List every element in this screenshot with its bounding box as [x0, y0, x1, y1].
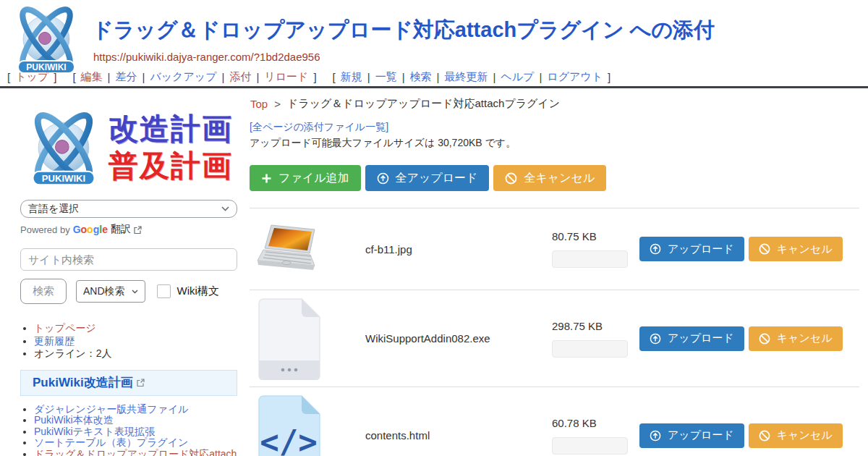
- chevron-down-icon: [132, 290, 138, 294]
- nav-link-search[interactable]: 検索: [410, 70, 432, 84]
- list-item: PukiWikiテキスト表現拡張: [34, 426, 237, 437]
- svg-text:</>: </>: [260, 423, 317, 456]
- cancel-button[interactable]: キャンセル: [749, 423, 843, 448]
- external-link-icon: [137, 379, 145, 387]
- upload-circle-icon: [650, 430, 661, 442]
- nav-bracket: ]: [313, 71, 316, 83]
- header-divider: [0, 86, 868, 88]
- all-attachments-link[interactable]: [全ページの添付ファイル一覧]: [250, 121, 388, 134]
- nav-link-diff[interactable]: 差分: [115, 70, 137, 84]
- top-navigation: [ トップ ] [ 編集 | 差分 | バックアップ | 添付 | リロード ]…: [7, 70, 610, 84]
- search-mode-select[interactable]: AND検索: [76, 280, 145, 303]
- file-size: 60.78 KB: [552, 417, 639, 429]
- translate-label: 翻訳: [111, 223, 131, 236]
- list-item: ダジャレンジャー版共通ファイル: [34, 404, 237, 415]
- nav-bracket: [: [333, 71, 336, 83]
- nav-separator: |: [437, 71, 440, 83]
- nav-link-new[interactable]: 新規: [341, 70, 362, 84]
- sidebar-site-logo[interactable]: PUKIWIKI 改造計画 普及計画: [20, 104, 237, 191]
- sidebar-section-pukiwiki-kaizou[interactable]: PukiWiki改造計画: [20, 370, 237, 396]
- breadcrumb-current: ドラッグ＆ドロップアップロード対応attachプラグイン: [287, 97, 560, 111]
- generic-file-icon: [257, 297, 322, 380]
- site-search-input[interactable]: [20, 248, 237, 271]
- sidebar-quick-links: トップページ 更新履歴 オンライン：2人: [20, 322, 237, 360]
- file-size-cell: 80.75 KB: [552, 230, 639, 268]
- add-files-button[interactable]: ファイル追加: [250, 165, 361, 191]
- file-name: WikiSupportAddin082.exe: [365, 332, 552, 345]
- upload-all-button[interactable]: 全アップロード: [365, 165, 490, 191]
- list-item: ソートテーブル（表）プラグイン: [34, 437, 237, 448]
- nav-separator: |: [108, 71, 111, 83]
- cancel-button[interactable]: キャンセル: [749, 237, 843, 261]
- breadcrumb: Top > ドラッグ＆ドロップアップロード対応attachプラグイン: [250, 97, 560, 111]
- sidebar-link-sort-table[interactable]: ソートテーブル（表）プラグイン: [34, 436, 188, 448]
- file-actions: アップロード キャンセル: [639, 237, 843, 261]
- nav-link-top[interactable]: トップ: [15, 70, 48, 84]
- nav-link-logout[interactable]: ログアウト: [547, 70, 603, 84]
- sidebar-plugin-links: ダジャレンジャー版共通ファイル PukiWiki本体改造 PukiWikiテキス…: [20, 404, 237, 456]
- external-link-icon: [134, 226, 142, 234]
- nav-link-recent[interactable]: 最終更新: [444, 70, 488, 84]
- list-item: ドラッグ＆ドロップアップロード対応attachプラグイン: [34, 449, 237, 456]
- upload-progress-bar: [552, 340, 628, 358]
- cancel-all-button[interactable]: 全キャンセル: [493, 165, 606, 191]
- chevron-down-icon: [221, 206, 229, 211]
- sidebar-link-top-page[interactable]: トップページ: [34, 322, 96, 334]
- page-title: ドラッグ＆ドロップアップロード対応attachプラグイン への添付: [92, 16, 715, 45]
- page-url-link[interactable]: https://pukiwiki.dajya-ranger.com/?1bd2d…: [93, 51, 320, 63]
- upload-button[interactable]: アップロード: [639, 423, 744, 448]
- cancel-button[interactable]: キャンセル: [749, 326, 843, 351]
- file-thumbnail-cell: </>: [250, 394, 365, 456]
- slogan-line-1: 改造計画: [109, 111, 233, 148]
- slogan-line-2: 普及計画: [109, 148, 233, 185]
- sidebar-link-dnd-attach[interactable]: ドラッグ＆ドロップアップロード対応attachプラグイン: [34, 448, 237, 456]
- file-size-cell: 298.75 KB: [552, 320, 639, 358]
- file-size-cell: 60.78 KB: [552, 417, 639, 455]
- pukiwiki-attach-page: PUKIWIKI ドラッグ＆ドロップアップロード対応attachプラグイン への…: [0, 0, 868, 456]
- list-item: PukiWiki本体改造: [34, 415, 237, 426]
- sidebar-link-common-files[interactable]: ダジャレンジャー版共通ファイル: [34, 403, 189, 415]
- list-item: 更新履歴: [34, 335, 237, 348]
- pukiwiki-logo[interactable]: PUKIWIKI: [6, 3, 87, 75]
- nav-link-backup[interactable]: バックアップ: [150, 70, 216, 84]
- atom-logo-icon: PUKIWIKI: [6, 3, 87, 75]
- breadcrumb-home-link[interactable]: Top: [250, 98, 268, 110]
- sidebar-link-update-history[interactable]: 更新履歴: [34, 335, 75, 347]
- sidebar-link-text-extension[interactable]: PukiWikiテキスト表現拡張: [34, 426, 155, 437]
- upload-progress-bar: [552, 250, 628, 268]
- nav-bracket: ]: [54, 71, 56, 83]
- language-select[interactable]: 言語を選択: [20, 200, 237, 218]
- laptop-photo-thumbnail: [257, 224, 323, 274]
- file-actions: アップロード キャンセル: [639, 326, 843, 351]
- google-translate-attribution: Powered by Google 翻訳: [20, 223, 237, 236]
- upload-button[interactable]: アップロード: [639, 237, 744, 261]
- search-mode-value: AND検索: [83, 285, 125, 298]
- nav-separator: |: [539, 71, 542, 83]
- file-row: WikiSupportAddin082.exe 298.75 KB アップロード: [250, 290, 859, 387]
- upload-circle-icon: [377, 172, 389, 185]
- nav-link-help[interactable]: ヘルプ: [501, 70, 534, 84]
- cancel-circle-icon: [759, 333, 770, 345]
- sidebar-link-core-mod[interactable]: PukiWiki本体改造: [34, 414, 114, 426]
- nav-bracket: [: [72, 71, 75, 83]
- nav-separator: |: [222, 71, 225, 83]
- upload-file-list: cf-b11.jpg 80.75 KB アップロード: [250, 208, 859, 456]
- nav-separator: |: [493, 71, 495, 83]
- upload-button[interactable]: アップロード: [639, 326, 744, 351]
- nav-bracket: ]: [608, 71, 610, 83]
- upload-progress-bar: [552, 437, 628, 455]
- wiki-syntax-checkbox[interactable]: [157, 284, 171, 298]
- slogan-text: 改造計画 普及計画: [109, 111, 233, 185]
- nav-link-list[interactable]: 一覧: [375, 70, 397, 84]
- nav-link-attach[interactable]: 添付: [229, 70, 251, 84]
- search-controls: 検索 AND検索 Wiki構文: [20, 279, 237, 304]
- file-name: cf-b11.jpg: [365, 243, 552, 256]
- nav-link-reload[interactable]: リロード: [264, 70, 308, 84]
- file-row: cf-b11.jpg 80.75 KB アップロード: [250, 208, 859, 290]
- file-name: contents.html: [365, 429, 552, 442]
- upload-toolbar: ファイル追加 全アップロード 全キャンセル: [250, 165, 606, 191]
- search-button[interactable]: 検索: [20, 279, 67, 304]
- list-item: トップページ: [34, 322, 237, 335]
- nav-link-edit[interactable]: 編集: [81, 70, 103, 84]
- upload-circle-icon: [650, 333, 661, 345]
